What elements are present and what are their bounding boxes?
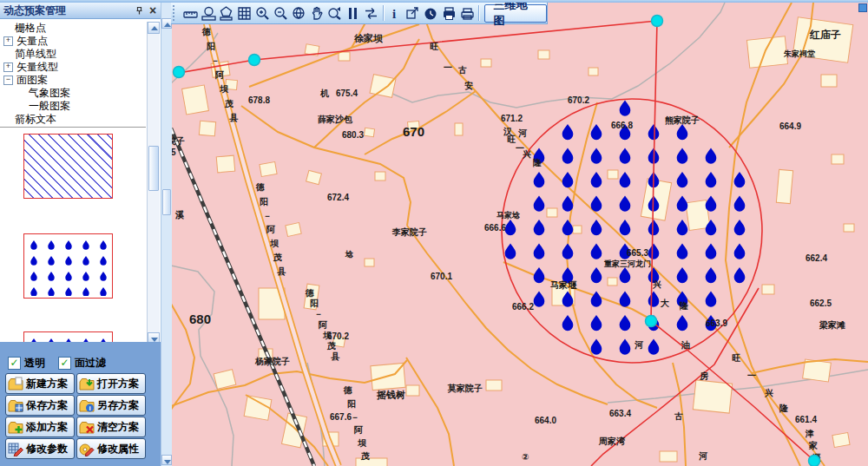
svg-text:阳: 阳 (347, 399, 356, 409)
info-icon[interactable]: i (386, 4, 404, 23)
svg-text:徐家坝: 徐家坝 (353, 33, 383, 43)
tree-item-面图案[interactable]: −面图案 (0, 74, 146, 87)
map-canvas[interactable]: 徐家坝红庙子朱家祠堂678.8机675.4薛家沙包680.3670671.2汉河… (171, 3, 868, 466)
transparency-label: 透明 (24, 356, 45, 371)
panel-title: 动态预案管理 (0, 3, 133, 18)
svg-text:阿: 阿 (266, 225, 275, 234)
tree-leaf-dash (3, 50, 11, 58)
scroll-thumb[interactable] (148, 146, 159, 191)
svg-text:安: 安 (464, 81, 473, 90)
svg-text:古: 古 (457, 65, 467, 75)
svg-text:664.0: 664.0 (535, 416, 556, 425)
map-3d-button[interactable]: 三维地图 (484, 4, 546, 23)
raindrop-pattern-swatch[interactable] (23, 233, 113, 299)
hatch-pattern-swatch[interactable] (23, 134, 113, 199)
svg-text:重家三河龙门: 重家三河龙门 (603, 259, 651, 268)
button-清空方案[interactable]: 清空方案 (76, 417, 146, 437)
tree-item-矢量点[interactable]: +矢量点 (0, 35, 146, 48)
tree-item-简单线型[interactable]: 简单线型 (0, 48, 146, 61)
sidebar-outer-scrollbar[interactable] (161, 3, 172, 466)
svg-text:熊家院子: 熊家院子 (665, 115, 700, 126)
pause-icon[interactable] (344, 4, 362, 23)
grid-icon[interactable] (235, 4, 253, 23)
tree-leaf-dash (17, 89, 25, 97)
window-corner-icon[interactable] (858, 3, 867, 12)
swap-icon[interactable] (362, 4, 380, 23)
export-icon[interactable] (404, 4, 422, 23)
tree-leaf-dash (3, 24, 11, 32)
svg-text:672.4: 672.4 (327, 193, 349, 202)
button-修改参数[interactable]: 修改参数 (5, 438, 75, 459)
svg-text:666.6: 666.6 (484, 223, 506, 233)
button-另存方案[interactable]: i另存方案 (76, 395, 146, 416)
svg-text:②: ② (522, 452, 529, 462)
svg-text:县: 县 (277, 266, 286, 276)
button-添加方案[interactable]: 添加方案 (5, 417, 75, 437)
print-dark-icon[interactable] (440, 4, 458, 23)
globe-icon[interactable] (290, 4, 308, 23)
svg-text:675.4: 675.4 (336, 89, 358, 98)
svg-text:坝: 坝 (269, 239, 279, 248)
outer-scroll-down-button[interactable] (161, 455, 172, 465)
svg-text:家院子: 家院子 (171, 136, 185, 146)
tree-item-栅格点[interactable]: 栅格点 (0, 22, 146, 35)
plan-management-panel: 动态预案管理 × 栅格点+矢量点简单线型+矢量线型−面图案气象图案一般图案箭标文… (0, 3, 161, 466)
svg-text:阿: 阿 (354, 425, 363, 435)
svg-text:坝: 坝 (322, 331, 332, 340)
swatch-scrollbar[interactable] (147, 22, 160, 345)
tree-expander-icon[interactable]: + (3, 36, 13, 46)
tree-item-气象图案[interactable]: 气象图案 (0, 87, 146, 100)
svg-text:县: 县 (229, 113, 239, 122)
button-保存方案[interactable]: 保存方案 (5, 395, 75, 416)
print-icon[interactable] (458, 4, 477, 23)
button-打开方案[interactable]: 打开方案 (76, 373, 146, 394)
pan-icon[interactable] (307, 4, 326, 23)
svg-text:古: 古 (674, 411, 683, 421)
measure-polygon-icon[interactable] (218, 4, 236, 23)
svg-text:664.9: 664.9 (779, 121, 801, 131)
button-修改属性[interactable]: 修改属性 (76, 438, 146, 459)
svg-text:兴: 兴 (522, 149, 531, 159)
pin-icon[interactable] (133, 4, 145, 16)
transparency-checkbox[interactable]: ✓ (8, 357, 21, 370)
svg-text:667.6: 667.6 (330, 412, 352, 422)
button-label: 打开方案 (97, 377, 139, 391)
tree-expander-icon[interactable]: + (3, 62, 13, 72)
scroll-up-button[interactable] (148, 22, 160, 34)
zoom-history-icon[interactable] (326, 4, 344, 23)
svg-text:－: － (351, 412, 359, 422)
measure-distance-icon[interactable] (181, 4, 200, 23)
svg-text:县: 县 (331, 351, 340, 361)
svg-text:李家院子: 李家院子 (391, 227, 427, 237)
svg-text:周家湾: 周家湾 (598, 436, 626, 446)
button-label: 修改参数 (26, 442, 68, 456)
button-新建方案[interactable]: 新建方案 (5, 373, 75, 394)
tree-item-一般图案[interactable]: 一般图案 (0, 100, 146, 113)
toolbar-drag-handle[interactable] (173, 5, 179, 21)
transparency-checkbox-row[interactable]: ✓ 透明 (8, 356, 45, 371)
svg-text:阳: 阳 (207, 42, 215, 51)
measure-area-icon[interactable] (200, 4, 218, 23)
svg-text:阳: 阳 (260, 197, 268, 207)
svg-text:旺: 旺 (430, 42, 438, 51)
svg-text:一: 一 (747, 371, 756, 380)
tree-item-矢量线型[interactable]: +矢量线型 (0, 61, 146, 74)
close-icon[interactable]: × (147, 4, 159, 16)
face-filter-checkbox[interactable]: ✓ (58, 357, 71, 370)
snapshot-icon[interactable] (422, 4, 440, 23)
toolbar-separator (478, 5, 479, 21)
outer-scroll-thumb[interactable] (162, 189, 171, 215)
zoom-in-icon[interactable] (253, 4, 272, 23)
svg-text:－: － (263, 211, 272, 220)
svg-text:德: 德 (305, 288, 314, 298)
tree-item-箭标文本[interactable]: 箭标文本 (0, 113, 146, 126)
svg-text:杨家院子: 杨家院子 (254, 357, 290, 366)
svg-text:661.4: 661.4 (795, 415, 817, 424)
svg-text:670: 670 (403, 124, 424, 139)
face-filter-checkbox-row[interactable]: ✓ 面过滤 (58, 356, 106, 371)
tree-expander-icon[interactable]: − (3, 75, 13, 85)
svg-text:663.9: 663.9 (706, 318, 727, 328)
zoom-out-icon[interactable] (272, 4, 290, 23)
button-label: 保存方案 (26, 398, 68, 413)
tree-item-label: 箭标文本 (15, 112, 56, 127)
